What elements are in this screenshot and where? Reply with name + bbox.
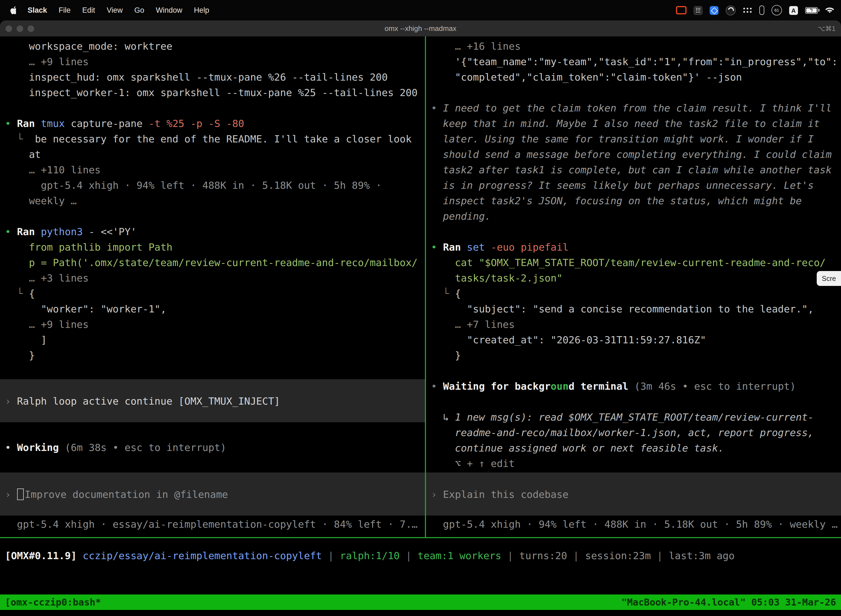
terminal-line: gpt-5.4 xhigh · 94% left · 488K in · 5.1…: [5, 178, 425, 193]
text-run: - <<'PY': [83, 226, 136, 238]
omx-status-line: [OMX#0.11.9] cczip/essay/ai-reimplementa…: [5, 548, 841, 563]
text-run: … +9 lines: [5, 56, 89, 67]
menu-item-go[interactable]: Go: [134, 6, 144, 14]
raycast-icon[interactable]: [710, 6, 718, 15]
text-run: gpt-5.4 xhigh · essay/ai-reimplementatio…: [5, 518, 418, 530]
text-run: Ran: [17, 117, 41, 129]
text-run: d terminal: [568, 380, 634, 392]
terminal-line: └ {: [431, 286, 841, 301]
text-run: ›: [5, 488, 17, 500]
menu-item-view[interactable]: View: [107, 6, 123, 14]
text-run: └: [5, 287, 29, 299]
text-run: |: [651, 550, 669, 561]
terminal-line: [5, 209, 425, 224]
input-source-icon[interactable]: A: [789, 6, 798, 15]
terminal-line: • Ran tmux capture-pane -t %25 -p -S -80: [5, 116, 425, 131]
battery-icon[interactable]: ϟ: [805, 7, 818, 13]
text-run: set: [467, 241, 485, 253]
prompt-bar[interactable]: › Ralph loop active continue [OMX_TMUX_I…: [0, 379, 425, 422]
menu-item-edit[interactable]: Edit: [82, 6, 95, 14]
apple-logo-icon[interactable]: [9, 6, 16, 15]
terminal-line: • I need to get the claim token from the…: [431, 100, 841, 116]
menu-item-window[interactable]: Window: [156, 6, 182, 14]
menu-bar-left: Slack File Edit View Go Window Help: [0, 6, 209, 15]
text-run: |: [501, 550, 519, 561]
text-run: "completed","claim_token":"claim-token"}…: [431, 71, 742, 83]
terminal-line: [431, 363, 841, 378]
text-run: readme-and-reco/mailbox/worker-1.json, a…: [431, 427, 814, 438]
menu-item-file[interactable]: File: [59, 6, 71, 14]
terminal-line: keep that in mind. Maybe I also need the…: [431, 116, 841, 131]
tmux-panes: workspace_mode: worktree … +9 lines insp…: [0, 37, 841, 537]
menu-item-help[interactable]: Help: [194, 6, 210, 14]
text-run: ›: [431, 488, 443, 500]
text-run: |: [322, 550, 340, 561]
text-run: continue assigned work or next feasible …: [431, 442, 724, 454]
battery-percent-icon[interactable]: 61: [771, 5, 782, 15]
text-run: last:3m ago: [669, 550, 734, 561]
text-run: |: [567, 550, 585, 561]
terminal-line: '{"team_name":"my-team","task_id":"1","f…: [431, 54, 841, 70]
keypad-icon[interactable]: [694, 6, 702, 15]
pill-shape: [759, 6, 764, 15]
text-run: … +110 lines: [5, 164, 101, 176]
terminal-line: [431, 85, 841, 100]
text-run: task2 after task1 is complete, but can I…: [431, 164, 832, 176]
tmux-host-clock-label: "MacBook-Pro-44.local" 05:03 31-Mar-26: [621, 597, 836, 608]
terminal-line: • Ran set -euo pipefail: [431, 239, 841, 255]
text-run: •: [5, 226, 17, 238]
text-run: capture-pane: [65, 117, 148, 129]
app-grid-icon[interactable]: [743, 7, 752, 13]
text-run: }: [5, 349, 35, 361]
text-run: •: [5, 117, 17, 129]
text-run: }: [431, 349, 461, 361]
text-run: └: [5, 133, 35, 145]
window-title-bar[interactable]: omx --xhigh --madmax ⌥⌘1: [0, 21, 841, 37]
terminal-pane-left[interactable]: workspace_mode: worktree … +9 lines insp…: [0, 37, 425, 537]
text-run: team:1 workers: [418, 550, 501, 561]
text-run: [77, 550, 83, 561]
text-run: workspace_mode: worktree: [5, 40, 173, 52]
wifi-icon[interactable]: [825, 7, 834, 14]
terminal-line: from pathlib import Path: [5, 239, 425, 255]
menu-app-name[interactable]: Slack: [28, 6, 47, 14]
terminal-line: [OMX#0.11.9] cczip/essay/ai-reimplementa…: [5, 548, 841, 563]
sidebar-pill-icon[interactable]: [759, 6, 764, 15]
text-run: ›: [5, 395, 17, 406]
text-run: cczip/essay/ai-reimplementation-copyleft: [83, 550, 322, 561]
terminal-line: later. Using the same for transition mig…: [431, 131, 841, 147]
text-run: Ralph loop active continue [OMX_TMUX_INJ…: [17, 395, 280, 406]
terminal-gap: [5, 455, 425, 472]
text-run: Working: [17, 441, 64, 453]
text-run: -t %25 -p -S -80: [148, 117, 244, 129]
browser-icon[interactable]: [726, 5, 736, 15]
terminal-line: "completed","claim_token":"claim-token"}…: [431, 70, 841, 85]
text-run: is in progress? It seems likely but perh…: [431, 179, 814, 191]
terminal-line: • Waiting for background terminal (3m 46…: [431, 378, 841, 394]
text-run: from pathlib import Path: [5, 241, 173, 253]
text-run: tasks/task-2.json": [431, 272, 563, 284]
record-frame: [676, 6, 687, 14]
text-run: '{"team_name":"my-team","task_id":"1","f…: [431, 56, 838, 67]
terminal-line: task2 after task1 is complete, but can I…: [431, 162, 841, 178]
tmux-status-bar: [omx-cczip0:bash* "MacBook-Pro-44.local"…: [0, 594, 841, 610]
terminal-line: }: [5, 348, 425, 363]
screen-overlay-button[interactable]: Scre: [817, 271, 841, 286]
terminal-window: omx --xhigh --madmax ⌥⌘1 workspace_mode:…: [0, 21, 841, 616]
terminal-line: pending.: [431, 209, 841, 224]
screen-recording-icon[interactable]: [676, 6, 687, 14]
prompt-bar[interactable]: › Improve documentation in @filename: [0, 472, 425, 516]
terminal-line: gpt-5.4 xhigh · 94% left · 488K in · 5.1…: [431, 517, 841, 532]
text-run: •: [431, 380, 443, 392]
terminal-line: continue assigned work or next feasible …: [431, 440, 841, 456]
terminal-line: • Ran python3 - <<'PY': [5, 224, 425, 239]
text-cursor: [17, 488, 23, 500]
prompt-bar[interactable]: › Explain this codebase: [426, 472, 841, 516]
menu-bar: Slack File Edit View Go Window Help 61 A…: [0, 0, 841, 21]
text-run: ↳ 1 new msg(s): read $OMX_TEAM_STATE_ROO…: [431, 411, 814, 423]
text-run: oun: [551, 380, 568, 392]
terminal-gap: [5, 422, 425, 440]
text-run: inspect_hud: omx sparkshell --tmux-pane …: [5, 71, 388, 83]
text-run: •: [431, 102, 443, 114]
terminal-pane-right[interactable]: … +16 lines '{"team_name":"my-team","tas…: [426, 37, 841, 537]
